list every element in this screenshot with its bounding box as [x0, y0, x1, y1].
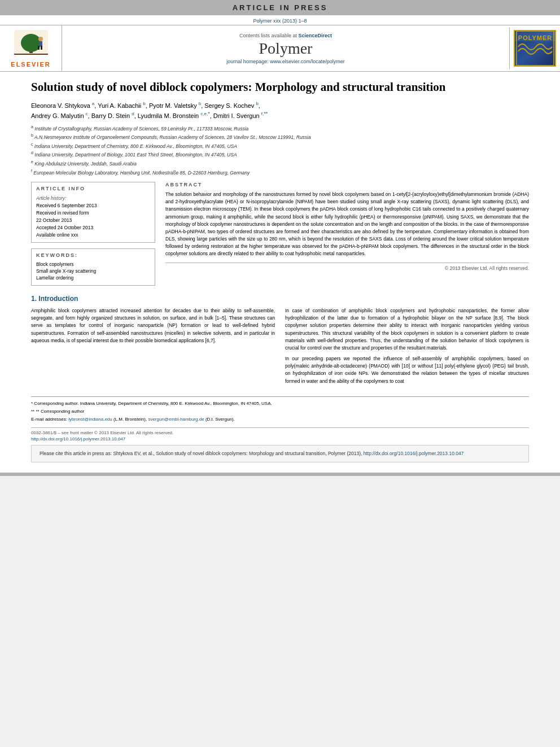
keyword-2: Small angle X-ray scattering — [36, 268, 150, 274]
affil-c: c Indiana University, Department of Chem… — [31, 142, 529, 150]
article-info-abstract-layout: ARTICLE INFO Article history: Received 6… — [31, 182, 529, 286]
journal-header: ELSEVIER Contents lists available at Sci… — [0, 25, 560, 72]
revised-date: 22 October 2013 — [36, 217, 72, 223]
abstract-text: The solution behavior and morphology of … — [165, 191, 529, 258]
citation-box: Please cite this article in press as: Sh… — [31, 445, 529, 462]
article-title: Solution study of novel diblock copolyme… — [31, 80, 529, 95]
right-col: ABSTRACT The solution behavior and morph… — [165, 182, 529, 286]
journal-title: Polymer — [259, 40, 313, 58]
svg-point-3 — [38, 37, 43, 41]
article-in-press-label: ARTICLE IN PRESS — [233, 3, 328, 12]
intro-right-col: In case of combination of amphiphilic bl… — [285, 307, 529, 388]
email-2[interactable]: svergun@embl-hamburg.de — [148, 417, 204, 422]
authors-block: Eleonora V. Shtykova a, Yuri A. Kabachii… — [31, 101, 529, 120]
abstract-header: ABSTRACT — [165, 182, 529, 187]
polymer-logo-area: polymer — [509, 28, 560, 69]
affil-f: f European Molecular Biology Laboratory,… — [31, 168, 529, 177]
footnote-area: * Corresponding author. Indiana Universi… — [31, 396, 529, 423]
affil-d: d Indiana University, Department of Biol… — [31, 150, 529, 159]
journal-ref-line: Polymer xxx (2013) 1–8 — [0, 15, 560, 25]
polymer-logo-icon: polymer — [515, 30, 555, 67]
doi-line: http://dx.doi.org/10.1016/j.polymer.2013… — [31, 436, 529, 442]
intro-left-col: Amphiphilic block copolymers attracted i… — [31, 307, 275, 388]
citation-doi-link[interactable]: http://dx.doi.org/10.1016/j.polymer.2013… — [364, 451, 464, 456]
section-number: 1. — [31, 295, 37, 303]
footnote-star: * Corresponding author. Indiana Universi… — [31, 400, 529, 407]
page-wrapper: ARTICLE IN PRESS Polymer xxx (2013) 1–8 — [0, 0, 560, 476]
sciencedirect-line: Contents lists available at ScienceDirec… — [239, 33, 332, 38]
available-row: Available online xxx — [36, 231, 150, 238]
issn-line: 0032-3861/$ – see front matter © 2013 El… — [31, 430, 529, 435]
elsevier-tree-icon — [11, 29, 51, 60]
affil-a: a Institute of Crystallography, Russian … — [31, 124, 529, 133]
journal-homepage: journal homepage: www.elsevier.com/locat… — [226, 59, 345, 64]
received-row: Received 6 September 2013 — [36, 202, 150, 208]
section-label: Introduction — [38, 295, 78, 303]
affil-e: e King Abdulaziz University, Jeddah, Sau… — [31, 159, 529, 168]
elsevier-logo-area: ELSEVIER — [0, 25, 62, 71]
article-info-header: ARTICLE INFO — [36, 186, 150, 191]
email-label: E-mail addresses: — [31, 417, 67, 422]
sciencedirect-label: Contents lists available at — [239, 33, 297, 38]
keyword-1: Block copolymers — [36, 261, 150, 267]
received-value: Received 6 September 2013 — [36, 203, 97, 208]
intro-body-layout: Amphiphilic block copolymers attracted i… — [31, 307, 529, 388]
svg-text:polymer: polymer — [518, 34, 552, 41]
intro-right-text: In case of combination of amphiphilic bl… — [285, 307, 529, 385]
intro-left-text: Amphiphilic block copolymers attracted i… — [31, 307, 275, 344]
affiliations-block: a Institute of Crystallography, Russian … — [31, 124, 529, 176]
left-col: ARTICLE INFO Article history: Received 6… — [31, 182, 155, 286]
footnote-emails: E-mail addresses: lybronst@indiana.edu (… — [31, 416, 529, 423]
accepted-value: Accepted 24 October 2013 — [36, 225, 93, 230]
journal-ref: Polymer xxx (2013) 1–8 — [253, 18, 307, 24]
corresponding-author-label: ** Corresponding author — [36, 409, 84, 414]
revised-date-row: 22 October 2013 — [36, 217, 150, 223]
keywords-box: Keywords: Block copolymers Small angle X… — [31, 248, 155, 286]
history-label: Article history: — [36, 195, 66, 201]
top-banner: ARTICLE IN PRESS — [0, 0, 560, 15]
doi-link[interactable]: http://dx.doi.org/10.1016/j.polymer.2013… — [31, 436, 125, 442]
elsevier-brand: ELSEVIER — [11, 61, 50, 68]
introduction-section: 1. Introduction Amphiphilic block copoly… — [31, 295, 529, 388]
svg-rect-6 — [41, 46, 42, 50]
email-2-name: (D.I. Svergun). — [205, 417, 235, 422]
svg-rect-7 — [14, 54, 48, 55]
footnote-double-star: ** ** Corresponding author — [31, 408, 529, 415]
email-1[interactable]: lybronst@indiana.edu — [68, 417, 112, 422]
citation-text: Please cite this article in press as: Sh… — [40, 450, 520, 457]
section-title: 1. Introduction — [31, 295, 529, 303]
available-value: Available online xxx — [36, 232, 78, 238]
accepted-row: Accepted 24 October 2013 — [36, 224, 150, 230]
homepage-link[interactable]: journal homepage: www.elsevier.com/locat… — [226, 59, 345, 64]
main-content: Solution study of novel diblock copolyme… — [0, 72, 560, 468]
email-1-name: (L.M. Bronstein), — [113, 417, 147, 422]
sciencedirect-name: ScienceDirect — [299, 33, 333, 38]
keywords-header: Keywords: — [36, 252, 150, 258]
svg-rect-5 — [38, 46, 40, 50]
page-bottom-border — [0, 473, 560, 476]
polymer-logo: polymer — [514, 30, 556, 67]
journal-center: Contents lists available at ScienceDirec… — [62, 30, 509, 67]
revised-label: Received in revised form — [36, 210, 89, 216]
revised-label-row: Received in revised form — [36, 209, 150, 216]
svg-rect-4 — [39, 41, 42, 46]
copyright-line: © 2013 Elsevier Ltd. All rights reserved… — [165, 263, 529, 271]
article-info-box: ARTICLE INFO Article history: Received 6… — [31, 182, 155, 243]
keyword-3: Lamellar ordering — [36, 275, 150, 281]
bottom-info: 0032-3861/$ – see front matter © 2013 El… — [31, 427, 529, 442]
history-label-row: Article history: — [36, 195, 150, 201]
affil-b: b A.N.Nesmeyanov Institute of Organoelem… — [31, 133, 529, 141]
